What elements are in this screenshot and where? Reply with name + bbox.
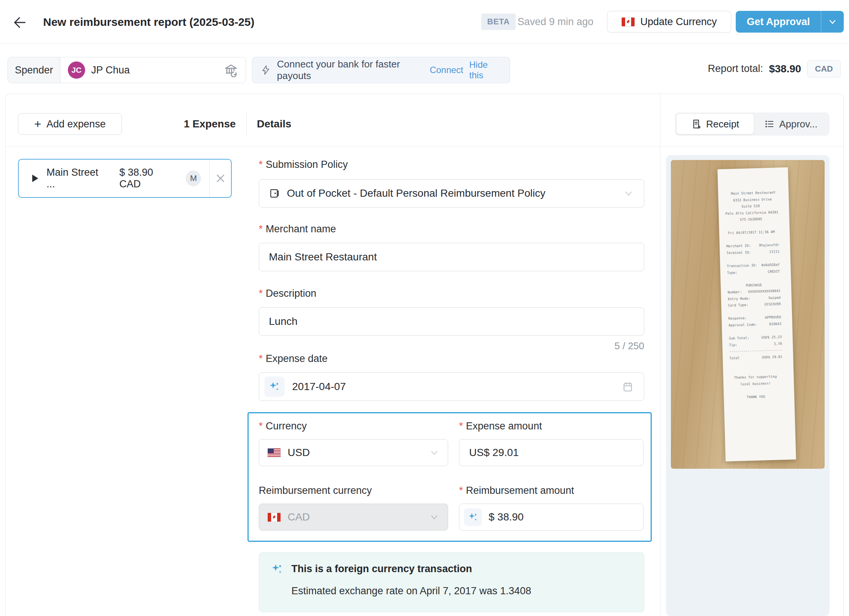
reimbursement-amount-input[interactable]: $ 38.90	[459, 504, 644, 531]
ai-sparkle-icon	[264, 377, 285, 397]
avatar: JC	[68, 61, 85, 79]
policy-icon	[269, 188, 280, 199]
receipt-photo[interactable]: Main Street Restaurant 6332 Business Dri…	[671, 160, 825, 469]
merchant-name-input[interactable]: Main Street Restaurant	[259, 243, 644, 271]
report-total-value: $38.90	[769, 63, 801, 75]
spender-value[interactable]: JC JP Chua	[60, 57, 246, 83]
expense-count: 1 Expense	[184, 113, 236, 135]
update-currency-button[interactable]: Update Currency	[607, 11, 731, 33]
currency-label: *Currency	[259, 420, 307, 432]
report-total: Report total: $38.90 CAD	[708, 44, 844, 94]
bank-connect-banner: Connect your bank for faster payouts Con…	[252, 57, 510, 83]
spender-bar: Spender JC JP Chua Connect your bank for…	[0, 44, 849, 94]
reimbursement-amount-label: *Reimbursement amount	[459, 485, 574, 496]
back-arrow-icon	[12, 15, 27, 30]
get-approval-button[interactable]: Get Approval	[736, 11, 844, 33]
reimbursement-amount-value: $ 38.90	[489, 511, 524, 523]
reimbursement-report-page: New reimbursement report (2025-03-25) BE…	[0, 0, 849, 616]
expense-amount-input[interactable]: US$ 29.01	[459, 439, 644, 466]
expense-date-input[interactable]: 2017-04-07	[259, 372, 644, 401]
expense-date-value: 2017-04-07	[292, 381, 615, 393]
expand-caret-icon[interactable]	[32, 175, 38, 182]
description-label: *Description	[259, 288, 316, 299]
sparkle-icon	[468, 512, 478, 522]
receipt-text: Main Street Restaurant 6332 Business Dri…	[725, 189, 795, 401]
remove-expense-button[interactable]	[210, 160, 231, 197]
sparkle-icon	[271, 563, 283, 575]
details-receipt-divider	[660, 94, 660, 616]
chevron-down-icon	[828, 17, 837, 27]
toolbar-divider	[246, 112, 247, 136]
fx-notice-body: Estimated exchange rate on April 7, 2017…	[291, 585, 531, 597]
currency-value: USD	[288, 447, 422, 459]
merchant-name-label: *Merchant name	[259, 223, 336, 235]
required-marker: *	[259, 159, 263, 170]
reimbursement-currency-value: CAD	[288, 511, 422, 523]
description-input[interactable]: Lunch	[259, 307, 644, 336]
description-char-counter: 5 / 250	[259, 340, 644, 352]
saved-status: Saved 9 min ago	[518, 0, 594, 44]
submission-policy-label: *Submission Policy	[259, 159, 348, 170]
sparkle-icon	[269, 381, 280, 392]
tab-receipt[interactable]: Receipt	[676, 114, 754, 134]
fx-notice-title: This is a foreign currency transaction	[291, 563, 531, 575]
spender-label: Spender	[8, 57, 60, 83]
tab-receipt-label: Receipt	[706, 118, 739, 130]
reimbursement-currency-select: CAD	[259, 504, 448, 531]
ai-sparkle-icon	[464, 508, 482, 526]
tab-approvals-label: Approv...	[779, 118, 818, 130]
get-approval-dropdown-toggle[interactable]	[821, 11, 844, 33]
beta-badge: BETA	[481, 13, 516, 30]
expense-amount-label: *Expense amount	[459, 420, 542, 432]
fx-notice: This is a foreign currency transaction E…	[259, 552, 644, 612]
right-panel-tabs: Receipt Approv...	[675, 112, 830, 136]
expense-item-badge: M	[186, 170, 201, 186]
receipt-paper: Main Street Restaurant 6332 Business Dri…	[717, 167, 796, 462]
spender-field[interactable]: Spender JC JP Chua	[8, 57, 246, 83]
get-approval-label[interactable]: Get Approval	[736, 11, 821, 33]
description-value: Lunch	[269, 315, 297, 327]
expense-item-amount: $ 38.90 CAD	[119, 167, 176, 190]
close-icon	[215, 173, 226, 184]
chevron-down-icon	[429, 512, 440, 522]
connect-link[interactable]: Connect	[430, 65, 463, 75]
expense-item-name: Main Street ...	[46, 167, 108, 190]
list-icon	[764, 119, 775, 129]
update-currency-label: Update Currency	[640, 16, 717, 28]
receipt-icon	[691, 119, 702, 129]
chevron-down-icon	[429, 447, 440, 458]
calendar-icon	[622, 381, 633, 392]
expense-list-item[interactable]: Main Street ... $ 38.90 CAD M	[18, 159, 232, 198]
report-total-currency-badge: CAD	[807, 60, 841, 78]
plus-icon: +	[34, 118, 41, 130]
toolbar-bottom-border	[5, 146, 844, 147]
hide-this-link[interactable]: Hide this	[469, 60, 501, 81]
add-expense-label: Add expense	[46, 118, 106, 130]
lightning-icon	[261, 64, 271, 76]
back-button[interactable]	[10, 13, 29, 32]
submission-policy-select[interactable]: Out of Pocket - Default Personal Reimbur…	[259, 179, 644, 208]
currency-select[interactable]: USD	[259, 439, 448, 466]
submission-policy-value: Out of Pocket - Default Personal Reimbur…	[287, 187, 616, 199]
page-title: New reimbursement report (2025-03-25)	[43, 0, 255, 44]
merchant-name-value: Main Street Restaurant	[269, 251, 377, 263]
expense-amount-value: US$ 29.01	[469, 447, 519, 459]
spender-name: JP Chua	[91, 64, 218, 76]
expense-date-label: *Expense date	[259, 353, 328, 365]
bank-icon	[224, 63, 238, 77]
tab-approvals[interactable]: Approv...	[754, 114, 828, 134]
tab-details[interactable]: Details	[257, 113, 291, 135]
bank-banner-text: Connect your bank for faster payouts	[277, 58, 424, 82]
add-expense-button[interactable]: + Add expense	[18, 113, 122, 135]
us-flag-icon	[267, 448, 281, 458]
chevron-down-icon	[623, 188, 634, 199]
report-total-label: Report total:	[708, 63, 763, 75]
receipt-panel: Main Street Restaurant 6332 Business Dri…	[666, 155, 830, 616]
canada-flag-icon	[267, 513, 281, 522]
reimbursement-currency-label: Reimbursement currency	[259, 485, 372, 496]
header: New reimbursement report (2025-03-25) BE…	[0, 0, 849, 44]
canada-flag-icon	[621, 17, 635, 27]
